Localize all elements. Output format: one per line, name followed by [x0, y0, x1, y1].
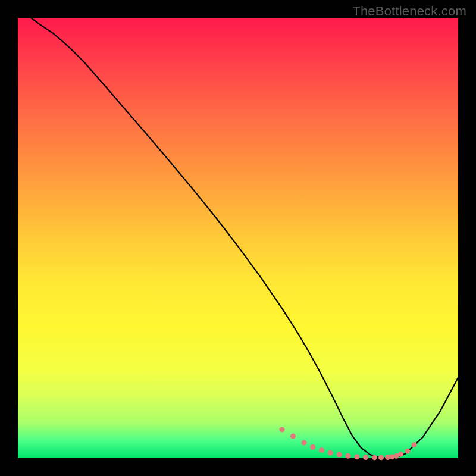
marker-dot — [363, 455, 368, 460]
chart-frame: TheBottleneck.com — [0, 0, 476, 476]
marker-dot — [310, 444, 315, 450]
main-curve — [31, 18, 458, 458]
marker-dot — [280, 427, 285, 432]
marker-dot — [405, 449, 410, 454]
plot-gradient-area — [18, 18, 458, 458]
watermark-text: TheBottleneck.com — [352, 4, 466, 19]
marker-dot — [302, 440, 307, 446]
marker-dot — [372, 455, 377, 460]
marker-dots — [280, 427, 417, 460]
marker-dot — [319, 447, 324, 453]
marker-dot — [390, 454, 395, 459]
chart-overlay-svg — [18, 18, 458, 458]
marker-dot — [290, 434, 296, 439]
marker-dot — [412, 442, 417, 447]
marker-dot — [346, 453, 351, 459]
marker-dot — [398, 452, 403, 457]
marker-dot — [378, 455, 384, 460]
marker-dot — [328, 450, 333, 456]
marker-dot — [337, 452, 342, 458]
marker-dot — [354, 454, 359, 459]
